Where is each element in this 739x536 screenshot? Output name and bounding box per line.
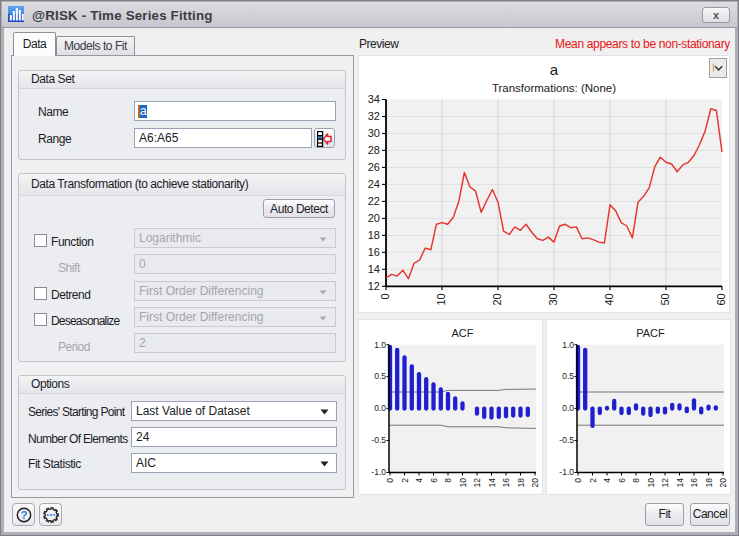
svg-text:?: ? [20, 509, 27, 521]
svg-text:18: 18 [704, 478, 714, 488]
svg-text:0: 0 [385, 478, 395, 483]
svg-text:0.5: 0.5 [374, 371, 386, 381]
svg-text:30: 30 [548, 293, 560, 305]
svg-text:6: 6 [617, 478, 627, 483]
svg-text:ACF: ACF [452, 327, 474, 339]
svg-text:28: 28 [368, 144, 380, 156]
svg-text:22: 22 [368, 195, 380, 207]
svg-text:-0.5: -0.5 [559, 435, 574, 445]
svg-text:14: 14 [487, 478, 497, 488]
svg-text:12: 12 [472, 478, 482, 488]
svg-text:18: 18 [516, 478, 526, 488]
svg-text:20: 20 [530, 478, 540, 488]
svg-text:0.5: 0.5 [562, 371, 574, 381]
svg-text:6: 6 [429, 478, 439, 483]
svg-text:0.0: 0.0 [374, 403, 386, 413]
svg-text:32: 32 [368, 110, 380, 122]
svg-text:1.0: 1.0 [562, 340, 574, 350]
svg-text:Transformations: (None): Transformations: (None) [492, 82, 616, 94]
svg-text:4: 4 [414, 478, 424, 483]
svg-text:10: 10 [436, 293, 448, 305]
svg-text:1.0: 1.0 [374, 340, 386, 350]
svg-text:8: 8 [443, 478, 453, 483]
svg-text:0: 0 [380, 293, 392, 299]
svg-text:8: 8 [631, 478, 641, 483]
svg-text:2: 2 [588, 478, 598, 483]
svg-text:26: 26 [368, 161, 380, 173]
svg-text:4: 4 [602, 478, 612, 483]
svg-text:a: a [550, 61, 559, 78]
svg-text:24: 24 [368, 178, 380, 190]
svg-text:-0.5: -0.5 [371, 435, 386, 445]
svg-text:34: 34 [368, 93, 380, 105]
svg-text:30: 30 [368, 127, 380, 139]
svg-text:20: 20 [492, 293, 504, 305]
svg-text:16: 16 [689, 478, 699, 488]
svg-text:20: 20 [718, 478, 728, 488]
svg-text:12: 12 [660, 478, 670, 488]
svg-text:2: 2 [400, 478, 410, 483]
svg-text:60: 60 [716, 293, 728, 305]
svg-text:40: 40 [604, 293, 616, 305]
svg-text:16: 16 [368, 246, 380, 258]
svg-text:10: 10 [646, 478, 656, 488]
svg-text:50: 50 [660, 293, 672, 305]
svg-text:PACF: PACF [636, 327, 665, 339]
svg-text:14: 14 [368, 263, 380, 275]
svg-text:14: 14 [675, 478, 685, 488]
svg-text:12: 12 [368, 280, 380, 292]
svg-text:16: 16 [501, 478, 511, 488]
svg-text:-1.0: -1.0 [371, 467, 386, 477]
svg-text:0: 0 [573, 478, 583, 483]
svg-text:0.0: 0.0 [562, 403, 574, 413]
svg-text:18: 18 [368, 229, 380, 241]
svg-text:-1.0: -1.0 [559, 467, 574, 477]
svg-text:20: 20 [368, 212, 380, 224]
svg-text:10: 10 [458, 478, 468, 488]
